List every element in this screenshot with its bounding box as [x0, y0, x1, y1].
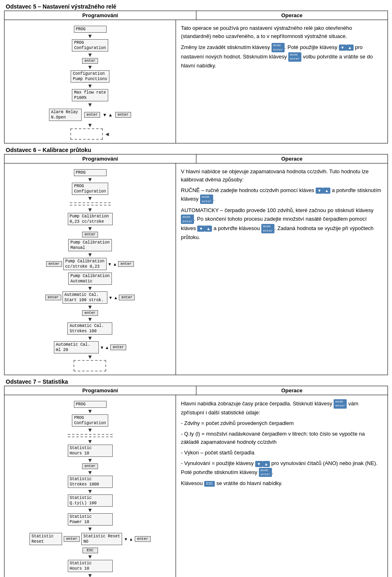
sec7-oper-header: Operace — [196, 386, 388, 395]
sec7-prog-box: PROG — [74, 401, 107, 408]
section6-body: PROG ▼ PROGConfiguration ▼ ▼ Pump Calibr… — [4, 163, 388, 375]
sec7-stat-reset-no-box: Statistic ResetNO — [81, 533, 122, 545]
s6-arrow7: ▼ — [87, 304, 93, 310]
s6-navarro2: ▼ ▲ — [109, 295, 118, 300]
sec5-enter-right[interactable]: enter — [115, 112, 131, 118]
key-esc-1: ESC — [204, 481, 215, 487]
page: Odstavec 5 – Nastavení výstražného relé … — [0, 0, 392, 577]
sec6-prog-config-box: PROGConfiguration — [72, 183, 108, 195]
sec6-auto-box: Pump CalibrationAutomatic — [68, 273, 111, 285]
s7-arrow2: ▼ — [87, 427, 93, 433]
section7-header: Programování Operace — [4, 386, 388, 395]
key-mode-enter-3: modeenter — [200, 195, 213, 204]
s6-arrow10: ▼ — [87, 354, 93, 360]
sec7-oper-text6: Klávesou ESC se vrátíte do hlavní nabídk… — [181, 479, 383, 488]
s6-arrow4: ▼ — [87, 226, 93, 231]
sec5-oper-text1: Tato operace se používá pro nastavení vý… — [181, 24, 383, 40]
sec6-manual-box: Pump CalibrationManual — [68, 239, 111, 251]
sec6-automl-box: Automatic Cal.ml 20 — [54, 341, 99, 353]
s6-arrow1: ▼ — [87, 177, 93, 182]
sec7-enter3[interactable]: enter — [135, 536, 151, 542]
sec6-enter7[interactable]: enter — [110, 344, 126, 350]
sec6-enter4[interactable]: enter — [45, 295, 61, 300]
s7-arrow4: ▼ — [87, 457, 93, 463]
sec6-enter5[interactable]: enter — [119, 295, 135, 300]
sec5-dashed-result — [70, 128, 103, 140]
sec7-stat-qty-box: StatisticQ.ty(L) 100 — [68, 494, 113, 507]
key-mode-enter-2: modeenter — [288, 52, 301, 62]
sec6-prog-header: Programování — [4, 154, 196, 163]
section5-title: Odstavec 5 – Nastavení výstražného relé — [4, 3, 388, 10]
s7-arrow5: ▼ — [87, 470, 93, 475]
sec6-autostrokes-box: Automatic Cal.Strokes 100 — [67, 322, 112, 335]
sec6-ccstroke-box: Pump Calibrationcc/stroke 0,23 — [63, 258, 107, 270]
arrow5: ▼ — [87, 102, 93, 107]
sec6-enter2[interactable]: enter — [46, 261, 62, 267]
s6-arrow2: ▼ — [87, 195, 93, 201]
sec6-autocal-box: Automatic Cal.Start 100 strok. — [62, 291, 107, 304]
key-mode-enter-6: modeenter — [334, 399, 347, 409]
key-arr-down-4: ▼ — [255, 461, 263, 467]
sec5-prog-header: Programování — [4, 11, 196, 20]
sec7-stat-strokes-box: StatisticStrokes 1000 — [68, 476, 113, 488]
s7-arrow8: ▼ — [87, 526, 93, 532]
sec6-enter1[interactable]: enter — [82, 232, 98, 237]
key-mode-enter-4: modeenter — [181, 215, 194, 224]
s7-navarro: ▼ ▲ — [124, 537, 133, 541]
s6-arrow9: ▼ — [87, 335, 93, 341]
sec7-oper-text3: - Q.ty (l) = množství nadávkované čerpad… — [181, 430, 383, 446]
sec6-pumpcal-box: Pump Calibration0,23 cc/stroke — [68, 213, 113, 225]
sec5-prog-box: PROG — [74, 26, 107, 33]
sec6-enter3[interactable]: enter — [118, 261, 134, 267]
sec7-stat-hours2-box: StatisticHours 10 — [68, 560, 113, 572]
sec6-dashed-result — [74, 360, 106, 371]
key-arr-up-3: ▲ — [205, 226, 212, 232]
arrow4: ▼ — [87, 83, 93, 89]
section5-body: PROG ▼ PROGConfiguration ▼ enter ▼ Confi… — [4, 20, 388, 143]
sec7-prog-col: PROG ▼ PROGConfiguration ▼ ▼ StatisticHo… — [4, 395, 176, 577]
sec5-maxflow-box: Max flow rateP100% — [72, 89, 108, 101]
sec7-esc-btn[interactable]: ESC — [82, 548, 98, 553]
sec5-enter-left[interactable]: enter — [84, 112, 100, 118]
sec6-oper-text1: V hlavní nabídce se objevuje zapamatovan… — [181, 168, 383, 184]
sec5-enter-btn[interactable]: enter — [82, 58, 98, 64]
sec5-config-pump-box: ConfigurationPump Functions — [71, 70, 109, 83]
sec7-prog-config-box: PROGConfiguration — [72, 414, 108, 427]
key-mode-enter-5: modeenter — [261, 224, 274, 233]
arrow1: ▼ — [87, 33, 93, 39]
section6-block: Programování Operace PROG ▼ PROGConfigur… — [4, 154, 388, 375]
sec5-oper-text2: Změny lze zavádět stisknutím klávesy mod… — [181, 43, 383, 70]
sec7-stat-reset-box: StatisticReset — [29, 533, 62, 545]
sec6-prog-col: PROG ▼ PROGConfiguration ▼ ▼ Pump Calibr… — [4, 163, 176, 375]
sec6-oper-header: Operace — [196, 154, 388, 163]
s7-arrow10: ▼ — [87, 573, 93, 577]
s6-arrow6: ▼ — [87, 285, 93, 291]
sec6-oper-text2: RUČNĚ – ručně zadejte hodnotu cc/zdvih p… — [181, 186, 383, 204]
s6-navarro3: ▼ ▲ — [100, 345, 109, 350]
sec7-prog-header: Programování — [4, 386, 196, 395]
section6-header: Programování Operace — [4, 154, 388, 163]
key-arr-down-2: ▼ — [316, 188, 323, 194]
arrow6: ▼ — [87, 122, 93, 128]
sec7-oper-text2: - Zdvihy = počet zdvihů provedených čerp… — [181, 419, 383, 427]
sec7-oper-text1: Hlavní nabídka zobrazuje časy práce čerp… — [181, 399, 383, 417]
key-arr-up-4: ▲ — [263, 461, 270, 467]
arrow2: ▼ — [87, 52, 93, 58]
key-mode-enter-1: modeenter — [272, 43, 285, 52]
key-arr-down-3: ▼ — [197, 226, 205, 232]
sec7-enter1[interactable]: enter — [82, 463, 98, 469]
sec7-oper-text5: - Vynulování = použijte klávesy ▼▲ pro v… — [181, 459, 383, 477]
sec6-enter6[interactable]: enter — [82, 310, 98, 316]
sec6-oper-text3: AUTOMATICKY – čerpadlo provede 100 zdvih… — [181, 206, 383, 242]
s7-arrow7: ▼ — [87, 507, 93, 513]
sec5-arrow-icons: ▼ ▲ — [102, 112, 113, 117]
sec7-enter2[interactable]: enter — [64, 536, 80, 542]
sec7-stat-power-box: StatisticPower 10 — [68, 513, 113, 526]
section7-title: Odstavec 7 – Statistika — [4, 378, 388, 385]
sec5-alarmrelay-box: Alarm RelayN.Open — [49, 109, 82, 121]
sec6-oper-col: V hlavní nabídce se objevuje zapamatovan… — [176, 163, 388, 375]
s7-arrow9: ▼ — [87, 554, 93, 559]
s6-arrow5: ▼ — [87, 252, 93, 257]
sec6-prog-box: PROG — [74, 169, 107, 176]
s6-arrow8: ▼ — [87, 316, 93, 322]
